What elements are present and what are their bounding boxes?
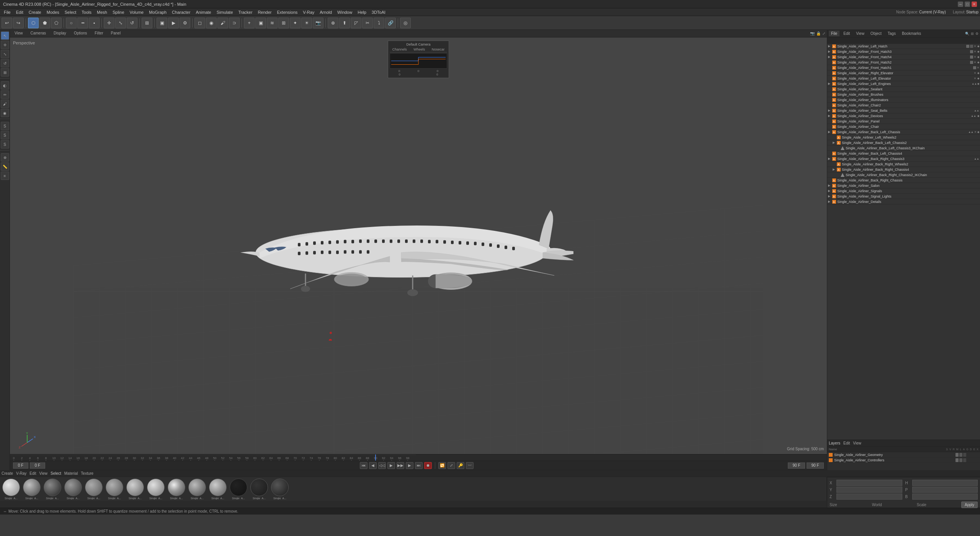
tool-s2[interactable]: S [1, 131, 9, 139]
menu-extensions[interactable]: Extensions [274, 9, 300, 15]
menu-animate[interactable]: Animate [193, 9, 213, 15]
layers-tab-edit[interactable]: Edit [843, 441, 850, 445]
menu-edit[interactable]: Edit [14, 9, 26, 15]
obj-tab-tags[interactable]: Tags [885, 31, 898, 36]
prev-frame-button[interactable]: ◀ [369, 462, 377, 469]
world-button[interactable]: World [872, 503, 882, 507]
redo-button[interactable]: ↪ [13, 18, 24, 28]
mat-tab-view[interactable]: View [39, 471, 47, 476]
mat-item-9[interactable]: Single_A... [167, 479, 186, 500]
h-input[interactable] [912, 480, 978, 486]
current-frame-input[interactable] [788, 462, 805, 469]
mat-item-2[interactable]: Single_A... [22, 479, 41, 500]
tab-display[interactable]: Display [51, 30, 69, 37]
rotate-tool-button[interactable]: ↺ [127, 18, 137, 28]
obj-row-25[interactable]: Single_Aisle_Airliner_Back_Right_Chassis… [827, 172, 980, 178]
menu-3dtoai[interactable]: 3DToAI [369, 9, 388, 15]
edge-mode-button[interactable]: ━ [77, 18, 88, 28]
mat-item-11[interactable]: Single_A... [208, 479, 227, 500]
mat-item-13[interactable]: Single_A... [250, 479, 269, 500]
obj-row-1[interactable]: ▶ A Single_Aisle_Airliner_Left_Hatch ✕ ◆ [827, 44, 980, 49]
menu-spline[interactable]: Spline [110, 9, 127, 15]
connector-button[interactable]: 🔗 [385, 18, 396, 28]
obj-row-23[interactable]: A Single_Aisle_Airliner_Back_Right_Wheel… [827, 162, 980, 167]
mat-tab-material[interactable]: Material [64, 471, 78, 476]
mat-item-5[interactable]: Single_A... [84, 479, 103, 500]
tool-scale[interactable]: ⤡ [1, 50, 9, 58]
mat-item-14[interactable]: Single_A... [270, 479, 289, 500]
object-mode-button[interactable]: ○ [66, 18, 77, 28]
mat-item-4[interactable]: Single_A... [64, 479, 83, 500]
fx-button[interactable]: ✦ [290, 18, 301, 28]
obj-row-26[interactable]: A Single_Aisle_Airliner_Back_Right_Chass… [827, 178, 980, 183]
obj-tab-view[interactable]: View [854, 31, 867, 36]
key-add-button[interactable]: 🔑 [457, 462, 464, 469]
bridge-button[interactable]: ⤵ [374, 18, 384, 28]
layers-tab-layers[interactable]: Layers [829, 441, 840, 445]
tab-filter[interactable]: Filter [91, 30, 106, 37]
apply-button[interactable]: Apply [961, 502, 978, 508]
menu-window[interactable]: Window [335, 9, 354, 15]
obj-row-3[interactable]: ▶ A Single_Aisle_Airliner_Front_Hatch4 ✕… [827, 54, 980, 60]
deform-button[interactable]: ≋ [267, 18, 278, 28]
snap-button[interactable]: ⊞ [142, 18, 152, 28]
obj-row-18[interactable]: A Single_Aisle_Airliner_Left_Wheels2 [827, 135, 980, 140]
max-frame-input[interactable] [807, 462, 824, 469]
mode-sculpt-button[interactable]: ⬟ [39, 18, 50, 28]
tool-snap[interactable]: S [1, 122, 9, 130]
tab-view[interactable]: View [11, 30, 26, 37]
minimize-button[interactable]: ─ [958, 2, 963, 7]
obj-row-10[interactable]: A Single_Aisle_Airliner_Brushes [827, 92, 980, 97]
obj-row-27[interactable]: ▶ A Single_Aisle_Airliner_Salon [827, 183, 980, 188]
search-icon[interactable]: 🔍 [965, 32, 969, 36]
obj-row-22[interactable]: ▶ A Single_Aisle_Airliner_Back_Right_Cha… [827, 156, 980, 162]
light-button[interactable]: ☀ [301, 18, 312, 28]
z-input[interactable] [836, 494, 902, 500]
record-button[interactable]: ⏺ [424, 462, 432, 469]
tool-sculpt[interactable]: ◉ [1, 109, 9, 117]
menu-mograph[interactable]: MoGraph [147, 9, 169, 15]
undo-button[interactable]: ↩ [2, 18, 12, 28]
obj-row-30[interactable]: ▶ A Single_Aisle_Airliner_Details [827, 199, 980, 204]
go-start-button[interactable]: ⏮ [360, 462, 368, 469]
obj-row-12[interactable]: A Single_Aisle_Airliner_Chair2 [827, 103, 980, 108]
viewport-3d[interactable]: Perspective Default Camera Channels Whee… [10, 38, 827, 454]
obj-row-28[interactable]: ▶ A Single_Aisle_Airliner_Signals [827, 188, 980, 194]
menu-file[interactable]: File [2, 9, 13, 15]
go-end-button[interactable]: ⏭ [415, 462, 423, 469]
filter-icon[interactable]: ⊞ [971, 32, 974, 36]
mat-tab-select[interactable]: Select [51, 471, 61, 476]
obj-row-14[interactable]: ▶ A Single_Aisle_Airliner_Devices ▲▲ ◆ [827, 113, 980, 119]
tool-bezier[interactable]: ◐ [1, 81, 9, 90]
render-settings-button[interactable]: ⚙ [180, 18, 190, 28]
layers-tab-view[interactable]: View [853, 441, 861, 445]
menu-tools[interactable]: Tools [79, 9, 94, 15]
lasso-button[interactable]: ⊃ [229, 18, 240, 28]
next-frame-button[interactable]: ▶ [406, 462, 413, 469]
menu-select[interactable]: Select [62, 9, 79, 15]
extrude-button[interactable]: ⬆ [339, 18, 350, 28]
obj-tab-edit[interactable]: Edit [841, 31, 852, 36]
b-input[interactable] [912, 494, 978, 500]
close-button[interactable]: ✕ [972, 2, 977, 7]
menu-create[interactable]: Create [26, 9, 44, 15]
menu-character[interactable]: Character [170, 9, 193, 15]
obj-row-24[interactable]: ▶ A Single_Aisle_Airliner_Back_Right_Cha… [827, 167, 980, 172]
obj-row-21[interactable]: A Single_Aisle_Airliner_Back_Left_Chassi… [827, 151, 980, 156]
layer-row-geometry[interactable]: Single_Aisle_Airliner_Geometry [827, 452, 980, 458]
obj-row-4[interactable]: A Single_Aisle_Airliner_Front_Hatch2 ✕ ◆ [827, 60, 980, 65]
mode-model-button[interactable]: ⬡ [28, 18, 39, 28]
menu-tracker[interactable]: Tracker [236, 9, 255, 15]
tool-transform[interactable]: ⊞ [1, 68, 9, 77]
obj-row-15[interactable]: A Single_Aisle_Airliner_Panel [827, 119, 980, 124]
menu-arnold[interactable]: Arnold [317, 9, 334, 15]
render-region-button[interactable]: ▣ [157, 18, 167, 28]
menu-help[interactable]: Help [355, 9, 369, 15]
obj-row-17[interactable]: ▶ A Single_Aisle_Airliner_Back_Left_Chas… [827, 129, 980, 135]
menu-modes[interactable]: Modes [44, 9, 62, 15]
obj-row-7[interactable]: A Single_Aisle_Airliner_Left_Elevator ✕ … [827, 76, 980, 81]
mat-item-10[interactable]: Single_A... [188, 479, 207, 500]
mat-item-7[interactable]: Single_A... [126, 479, 145, 500]
mat-tab-create[interactable]: Create [2, 471, 13, 476]
menu-vray[interactable]: V-Ray [301, 9, 317, 15]
